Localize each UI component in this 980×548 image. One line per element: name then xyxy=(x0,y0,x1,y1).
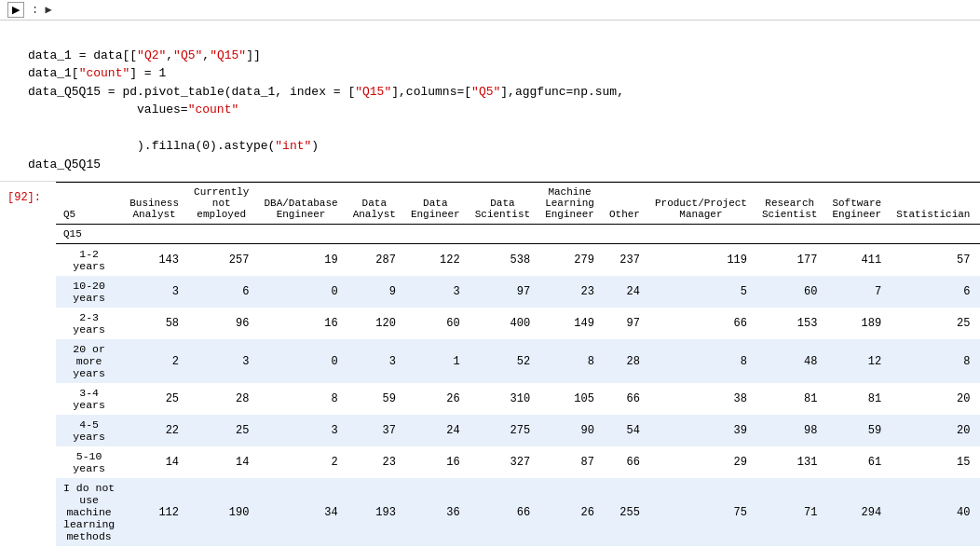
row-label: 10-20years xyxy=(56,276,122,308)
cell-value: 71 xyxy=(755,478,824,546)
cell-value: 6 xyxy=(186,276,256,308)
cell-value: 0 xyxy=(256,276,345,308)
cell-value: 149 xyxy=(538,308,602,339)
row-label: I do notusemachinelearningmethods xyxy=(56,478,122,546)
cell-value: 120 xyxy=(346,308,403,339)
cell-value: 60 xyxy=(755,276,824,308)
cell-value: 15 xyxy=(889,446,977,478)
table-row: 4-5 years22253372427590543998592038 xyxy=(56,415,980,446)
cell-value: 58 xyxy=(122,308,186,339)
cell-value: 3 xyxy=(346,339,403,383)
cell-value: 57 xyxy=(889,244,977,277)
cell-value: 189 xyxy=(824,308,889,339)
cell-value: 34 xyxy=(256,478,345,546)
cell-value: 20 xyxy=(889,415,977,446)
cell-value: 153 xyxy=(755,308,824,339)
table-row: 10-20years36093972324560761 xyxy=(56,276,980,308)
cell-value: 81 xyxy=(755,383,824,415)
cell-value: 14 xyxy=(186,446,256,478)
code-cell: data_1 = data[["Q2","Q5","Q15"]] data_1[… xyxy=(0,21,980,182)
cell-value: 3 xyxy=(256,415,345,446)
cell-value: 38 xyxy=(647,383,755,415)
cell-value: 177 xyxy=(755,244,824,277)
cell-value: 66 xyxy=(647,308,755,339)
row-label: 2-3 years xyxy=(56,308,122,339)
cell-value: 14 xyxy=(122,446,186,478)
col-software-engineer: SoftwareEngineer xyxy=(824,183,889,225)
cell-value: 66 xyxy=(468,478,538,546)
q15-subheader-row: Q15 xyxy=(56,225,980,244)
column-header-row: Q5 BusinessAnalyst Currentlynotemployed … xyxy=(56,183,980,225)
cell-value: 327 xyxy=(468,446,538,478)
cell-value: 3 xyxy=(403,276,468,308)
cell-value: 287 xyxy=(346,244,403,277)
cell-value: 8 xyxy=(256,383,345,415)
cell-value: 59 xyxy=(824,415,889,446)
row-label: 1-2 years xyxy=(56,244,122,277)
table-row: I do notusemachinelearningmethods1121903… xyxy=(56,478,980,546)
col-data-engineer: DataEngineer xyxy=(403,183,468,225)
cell-value: 25 xyxy=(186,415,256,446)
cell-value: 12 xyxy=(824,339,889,383)
cell-value: 1 xyxy=(403,339,468,383)
top-bar: ▶ : ▶ xyxy=(0,0,980,21)
cell-value: 66 xyxy=(602,446,647,478)
cell-value: 143 xyxy=(122,244,186,277)
cell-value: 26 xyxy=(403,383,468,415)
cell-value: 190 xyxy=(186,478,256,546)
cell-value: 310 xyxy=(468,383,538,415)
cell-value: 25 xyxy=(889,308,977,339)
cell-value: 131 xyxy=(755,446,824,478)
row-label: 3-4 years xyxy=(56,383,122,415)
table-container: Q5 BusinessAnalyst Currentlynotemployed … xyxy=(56,182,980,548)
cell-value: 23 xyxy=(538,276,602,308)
cell-value: 87 xyxy=(538,446,602,478)
cell-value: 105 xyxy=(538,383,602,415)
cell-value: 275 xyxy=(468,415,538,446)
col-data-analyst: DataAnalyst xyxy=(346,183,403,225)
cell-out-label: [92]: xyxy=(0,182,56,208)
cell-value: 22 xyxy=(122,415,186,446)
cell-value: 24 xyxy=(403,415,468,446)
col-other: Other xyxy=(602,183,647,225)
q15-label: Q15 xyxy=(56,225,122,244)
cell-value: 279 xyxy=(538,244,602,277)
cell-value: 237 xyxy=(602,244,647,277)
cell-value: 5 xyxy=(647,276,755,308)
cell-value: 37 xyxy=(346,415,403,446)
cell-value: 98 xyxy=(755,415,824,446)
cell-value: 9 xyxy=(346,276,403,308)
cell-value: 8 xyxy=(538,339,602,383)
cell-value: 20 xyxy=(889,383,977,415)
cell-value: 294 xyxy=(824,478,889,546)
cell-value: 26 xyxy=(538,478,602,546)
row-label: 20 ormoreyears xyxy=(56,339,122,383)
col-data-scientist: DataScientist xyxy=(468,183,538,225)
cell-value: 255 xyxy=(602,478,647,546)
cell-indicator: : ▶ xyxy=(32,3,52,17)
cell-value: 8 xyxy=(647,339,755,383)
table-row: 2-3 years5896161206040014997661531892520… xyxy=(56,308,980,339)
cell-value: 7 xyxy=(824,276,889,308)
cell-value: 19 xyxy=(256,244,345,277)
output-area: [92]: Q5 BusinessAnalyst Currentlynotemp… xyxy=(0,182,980,548)
cell-value: 90 xyxy=(538,415,602,446)
col-dba: DBA/DatabaseEngineer xyxy=(256,183,345,225)
q5-header: Q5 xyxy=(56,183,122,225)
cell-value: 48 xyxy=(755,339,824,383)
cell-value: 60 xyxy=(403,308,468,339)
cell-value: 8 xyxy=(889,339,977,383)
row-label: 4-5 years xyxy=(56,415,122,446)
cell-value: 6 xyxy=(889,276,977,308)
cell-value: 97 xyxy=(468,276,538,308)
cell-value: 23 xyxy=(346,446,403,478)
cell-value: 52 xyxy=(468,339,538,383)
cell-value: 59 xyxy=(346,383,403,415)
cell-value: 24 xyxy=(602,276,647,308)
run-button[interactable]: ▶ xyxy=(7,2,24,18)
cell-value: 40 xyxy=(889,478,977,546)
cell-value: 28 xyxy=(602,339,647,383)
col-research-scientist: ResearchScientist xyxy=(755,183,824,225)
table-row: 1-2 years1432571928712253827923711917741… xyxy=(56,244,980,277)
table-row: 3-4 years252885926310105663881812046 xyxy=(56,383,980,415)
